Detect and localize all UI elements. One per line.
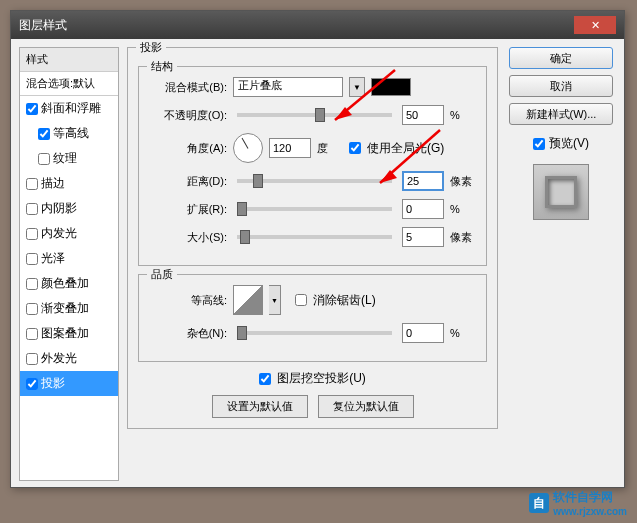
styles-header: 样式 [20,48,118,72]
style-item-投影[interactable]: 投影 [20,371,118,396]
style-checkbox[interactable] [26,203,38,215]
watermark-text: 软件自学网 [553,489,627,506]
contour-dropdown-icon[interactable]: ▼ [269,285,281,315]
style-label: 斜面和浮雕 [41,100,101,117]
style-label: 内阴影 [41,200,77,217]
style-checkbox[interactable] [26,228,38,240]
watermark: 自 软件自学网 www.rjzxw.com [529,489,627,517]
style-item-内阴影[interactable]: 内阴影 [20,196,118,221]
style-label: 图案叠加 [41,325,89,342]
blending-options[interactable]: 混合选项:默认 [20,72,118,96]
size-input[interactable] [402,227,444,247]
contour-label: 等高线: [149,293,227,308]
distance-label: 距离(D): [149,174,227,189]
noise-unit: % [450,327,476,339]
titlebar: 图层样式 ✕ [11,11,624,39]
preview-box [533,164,589,220]
noise-input[interactable] [402,323,444,343]
spread-input[interactable] [402,199,444,219]
watermark-icon: 自 [529,493,549,513]
blend-mode-dropdown-icon[interactable]: ▼ [349,77,365,97]
style-item-纹理[interactable]: 纹理 [20,146,118,171]
style-checkbox[interactable] [26,103,38,115]
knockout-label: 图层挖空投影(U) [277,370,366,387]
preview-label: 预览(V) [549,135,589,152]
style-item-外发光[interactable]: 外发光 [20,346,118,371]
layer-style-dialog: 图层样式 ✕ 样式 混合选项:默认 斜面和浮雕等高线纹理描边内阴影内发光光泽颜色… [10,10,625,488]
angle-label: 角度(A): [149,141,227,156]
spread-slider[interactable] [237,207,392,211]
style-checkbox[interactable] [26,303,38,315]
spread-unit: % [450,203,476,215]
angle-dial[interactable] [233,133,263,163]
styles-panel: 样式 混合选项:默认 斜面和浮雕等高线纹理描边内阴影内发光光泽颜色叠加渐变叠加图… [19,47,119,481]
style-item-图案叠加[interactable]: 图案叠加 [20,321,118,346]
style-item-渐变叠加[interactable]: 渐变叠加 [20,296,118,321]
style-label: 描边 [41,175,65,192]
style-checkbox[interactable] [38,153,50,165]
style-checkbox[interactable] [26,378,38,390]
watermark-url: www.rjzxw.com [553,506,627,517]
opacity-input[interactable] [402,105,444,125]
global-light-label: 使用全局光(G) [367,140,444,157]
distance-input[interactable] [402,171,444,191]
style-checkbox[interactable] [26,253,38,265]
distance-unit: 像素 [450,174,476,189]
style-checkbox[interactable] [26,178,38,190]
style-label: 外发光 [41,350,77,367]
global-light-checkbox[interactable] [349,142,361,154]
angle-input[interactable] [269,138,311,158]
size-unit: 像素 [450,230,476,245]
noise-slider[interactable] [237,331,392,335]
antialias-label: 消除锯齿(L) [313,292,376,309]
quality-legend: 品质 [147,267,177,282]
dialog-title: 图层样式 [19,17,67,34]
right-column: 确定 取消 新建样式(W)... 预览(V) [506,47,616,481]
distance-slider[interactable] [237,179,392,183]
contour-swatch[interactable] [233,285,263,315]
blend-mode-combo[interactable]: 正片叠底 [233,77,343,97]
close-button[interactable]: ✕ [574,16,616,34]
opacity-unit: % [450,109,476,121]
noise-label: 杂色(N): [149,326,227,341]
preview-checkbox[interactable] [533,138,545,150]
angle-unit: 度 [317,141,343,156]
style-label: 光泽 [41,250,65,267]
style-item-光泽[interactable]: 光泽 [20,246,118,271]
shadow-color-swatch[interactable] [371,78,411,96]
style-item-等高线[interactable]: 等高线 [20,121,118,146]
spread-label: 扩展(R): [149,202,227,217]
size-slider[interactable] [237,235,392,239]
make-default-button[interactable]: 设置为默认值 [212,395,308,418]
style-item-颜色叠加[interactable]: 颜色叠加 [20,271,118,296]
cancel-button[interactable]: 取消 [509,75,613,97]
style-checkbox[interactable] [26,278,38,290]
style-label: 投影 [41,375,65,392]
style-label: 纹理 [53,150,77,167]
size-label: 大小(S): [149,230,227,245]
structure-legend: 结构 [147,59,177,74]
style-item-描边[interactable]: 描边 [20,171,118,196]
opacity-slider[interactable] [237,113,392,117]
style-item-斜面和浮雕[interactable]: 斜面和浮雕 [20,96,118,121]
opacity-label: 不透明度(O): [149,108,227,123]
style-label: 渐变叠加 [41,300,89,317]
reset-default-button[interactable]: 复位为默认值 [318,395,414,418]
style-label: 内发光 [41,225,77,242]
drop-shadow-title: 投影 [136,40,166,55]
antialias-checkbox[interactable] [295,294,307,306]
preview-thumbnail [545,176,577,208]
style-checkbox[interactable] [26,353,38,365]
style-label: 颜色叠加 [41,275,89,292]
style-label: 等高线 [53,125,89,142]
style-checkbox[interactable] [26,328,38,340]
knockout-checkbox[interactable] [259,373,271,385]
style-checkbox[interactable] [38,128,50,140]
center-panel: 投影 结构 混合模式(B): 正片叠底 ▼ 不透明度(O): % [127,47,498,481]
blend-mode-label: 混合模式(B): [149,80,227,95]
ok-button[interactable]: 确定 [509,47,613,69]
new-style-button[interactable]: 新建样式(W)... [509,103,613,125]
style-item-内发光[interactable]: 内发光 [20,221,118,246]
